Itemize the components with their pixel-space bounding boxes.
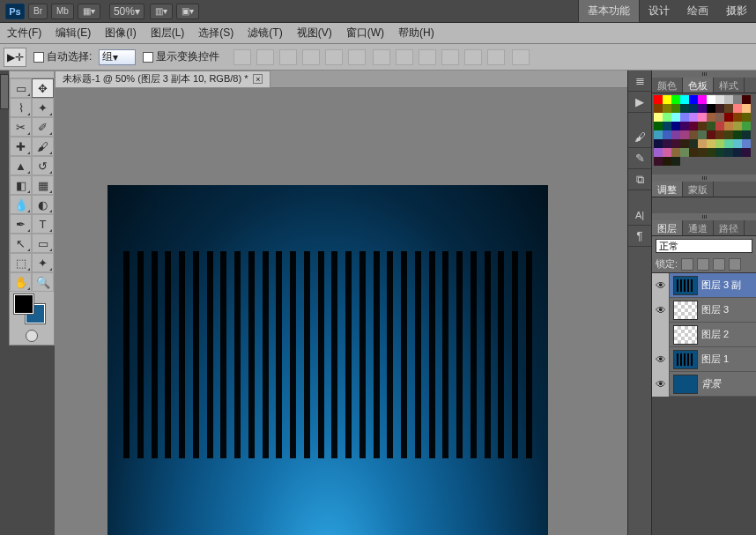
arrange-docs-button[interactable]: ▥▾ xyxy=(150,4,173,19)
swatch[interactable] xyxy=(671,139,680,148)
tab-masks[interactable]: 蒙版 xyxy=(683,182,714,197)
tab-layers[interactable]: 图层 xyxy=(652,220,683,235)
swatch[interactable] xyxy=(689,104,698,113)
panel-icon-char[interactable]: A| xyxy=(628,204,651,226)
swatch[interactable] xyxy=(715,122,724,130)
swatch[interactable] xyxy=(689,122,698,130)
swatch[interactable] xyxy=(654,104,663,113)
swatch[interactable] xyxy=(671,130,680,139)
minibridge-button[interactable]: Mb xyxy=(51,4,74,19)
swatch[interactable] xyxy=(724,104,733,113)
screen-mode-button[interactable]: ▣▾ xyxy=(176,4,199,19)
swatch[interactable] xyxy=(733,95,742,104)
canvas[interactable] xyxy=(107,185,548,535)
layer-list[interactable]: 👁图层 3 副👁图层 3图层 2👁图层 1👁背景 xyxy=(652,273,756,397)
stamp-tool[interactable]: ▲ xyxy=(10,156,32,175)
swatch[interactable] xyxy=(654,157,663,166)
swatch[interactable] xyxy=(707,95,715,104)
swatch[interactable] xyxy=(671,157,680,166)
swatch[interactable] xyxy=(707,113,715,122)
toolbox-grip[interactable] xyxy=(10,71,54,78)
swatch[interactable] xyxy=(654,139,663,148)
workspace-essentials[interactable]: 基本功能 xyxy=(578,0,640,23)
swatch[interactable] xyxy=(707,139,715,148)
swatch[interactable] xyxy=(663,95,671,104)
swatch[interactable] xyxy=(654,95,663,104)
auto-align-btn[interactable] xyxy=(512,49,530,65)
dist-btn[interactable] xyxy=(464,49,482,65)
swatch[interactable] xyxy=(715,104,724,113)
healing-tool[interactable]: ✚ xyxy=(10,137,32,156)
crop-tool[interactable]: ✂ xyxy=(10,117,32,137)
menu-view[interactable]: 视图(V) xyxy=(290,26,339,41)
swatch[interactable] xyxy=(680,95,689,104)
panel-icon-brush[interactable]: 🖌 xyxy=(628,127,651,148)
layer-thumbnail[interactable] xyxy=(673,325,698,345)
dist-btn[interactable] xyxy=(396,49,413,65)
menu-layer[interactable]: 图层(L) xyxy=(144,26,192,41)
swatch[interactable] xyxy=(698,113,707,122)
tab-color[interactable]: 颜色 xyxy=(652,78,683,93)
swatch[interactable] xyxy=(698,95,707,104)
tab-paths[interactable]: 路径 xyxy=(714,220,745,235)
swatch[interactable] xyxy=(733,113,742,122)
swatch[interactable] xyxy=(680,104,689,113)
swatch[interactable] xyxy=(724,122,733,130)
align-btn[interactable] xyxy=(325,49,343,65)
swatch[interactable] xyxy=(715,113,724,122)
document-tab[interactable]: 未标题-1 @ 50% (图层 3 副本 10, RGB/8) * × xyxy=(55,71,271,88)
swatch[interactable] xyxy=(733,130,742,139)
dist-btn[interactable] xyxy=(441,49,459,65)
eyedropper-tool[interactable]: ✐ xyxy=(32,117,54,137)
layer-thumbnail[interactable] xyxy=(673,301,698,320)
swatch[interactable] xyxy=(689,139,698,148)
swatch[interactable] xyxy=(698,130,707,139)
eraser-tool[interactable]: ◧ xyxy=(10,175,32,195)
align-btn[interactable] xyxy=(233,49,251,65)
blend-mode-select[interactable]: 正常 xyxy=(656,239,752,253)
swatch[interactable] xyxy=(663,130,671,139)
layer-name[interactable]: 图层 2 xyxy=(701,328,756,341)
align-btn[interactable] xyxy=(348,49,366,65)
swatch[interactable] xyxy=(707,130,715,139)
align-btn[interactable] xyxy=(279,49,297,65)
swatch[interactable] xyxy=(663,113,671,122)
swatch[interactable] xyxy=(671,122,680,130)
swatch[interactable] xyxy=(707,122,715,130)
swatch[interactable] xyxy=(663,157,671,166)
swatch[interactable] xyxy=(742,113,751,122)
swatch[interactable] xyxy=(742,104,751,113)
layer-row[interactable]: 👁图层 1 xyxy=(652,347,756,372)
foreground-color[interactable] xyxy=(14,294,33,314)
panel-grip[interactable] xyxy=(652,213,756,220)
swatch[interactable] xyxy=(742,139,751,148)
visibility-toggle-icon[interactable]: 👁 xyxy=(652,372,670,397)
swatch[interactable] xyxy=(689,148,698,157)
layer-name[interactable]: 图层 3 xyxy=(701,303,756,316)
show-transform-checkbox[interactable]: 显示变换控件 xyxy=(143,49,219,64)
auto-select-checkbox[interactable]: 自动选择: xyxy=(33,49,92,64)
swatch[interactable] xyxy=(715,130,724,139)
swatch[interactable] xyxy=(654,122,663,130)
tab-channels[interactable]: 通道 xyxy=(683,220,714,235)
swatch[interactable] xyxy=(663,122,671,130)
lasso-tool[interactable]: ⌇ xyxy=(10,98,32,117)
menu-window[interactable]: 窗口(W) xyxy=(339,26,391,41)
swatch[interactable] xyxy=(654,130,663,139)
layer-thumbnail[interactable] xyxy=(673,276,698,295)
swatch[interactable] xyxy=(742,148,751,157)
shape-tool[interactable]: ▭ xyxy=(32,234,54,253)
swatch[interactable] xyxy=(680,122,689,130)
tab-adjustments[interactable]: 调整 xyxy=(652,182,683,197)
magic-wand-tool[interactable]: ✦ xyxy=(32,98,54,117)
visibility-toggle-icon[interactable]: 👁 xyxy=(652,298,670,323)
3d-camera-tool[interactable]: ✦ xyxy=(32,253,54,272)
tab-styles[interactable]: 样式 xyxy=(714,78,745,93)
visibility-toggle-icon[interactable] xyxy=(652,323,670,347)
panel-icon-brushpresets[interactable]: ✎ xyxy=(628,148,651,169)
zoom-select[interactable]: 50% ▾ xyxy=(109,4,145,19)
swatch[interactable] xyxy=(733,104,742,113)
swatch[interactable] xyxy=(671,113,680,122)
gradient-tool[interactable]: ▦ xyxy=(32,175,54,195)
swatch[interactable] xyxy=(698,122,707,130)
